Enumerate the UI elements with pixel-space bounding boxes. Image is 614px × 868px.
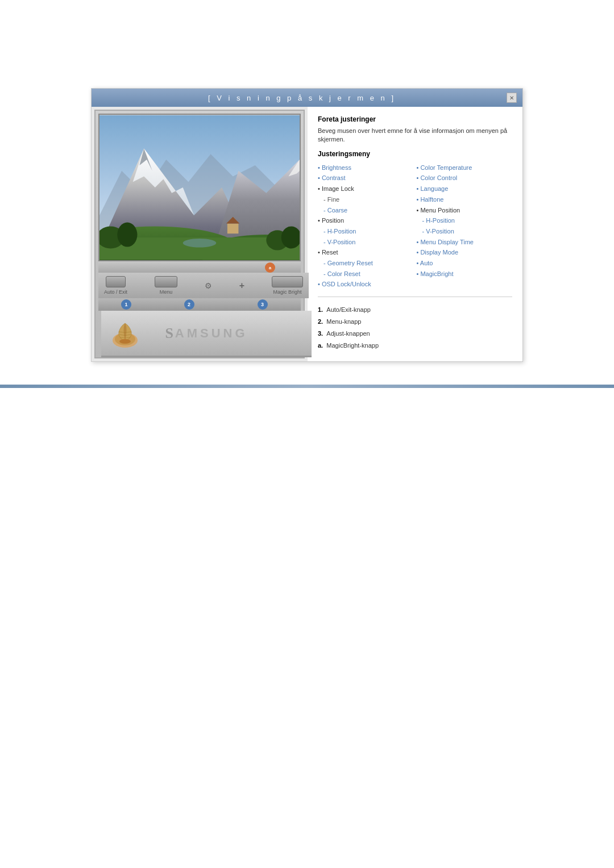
menu-button-group: Menu: [155, 276, 177, 295]
plus-group: +: [239, 281, 244, 291]
monitor-section: a Auto / Exit Menu: [92, 107, 308, 361]
content-area: a Auto / Exit Menu: [92, 107, 522, 361]
menu-item-geometry-reset[interactable]: - Geometry Reset: [318, 258, 414, 269]
magic-bright-button[interactable]: [272, 276, 303, 287]
menu-col-left: • Brightness • Contrast • Image Lock - F…: [318, 162, 414, 290]
list-item-3: 3. Adjust-knappen: [318, 328, 512, 340]
menu-item-contrast[interactable]: • Contrast: [318, 173, 414, 183]
svg-rect-14: [227, 224, 239, 234]
menu-item-halftone[interactable]: • Halftone: [417, 194, 513, 205]
monitor-bottom: S AMSUNG: [101, 311, 312, 357]
auto-exit-group: Auto / Exit: [104, 276, 127, 295]
list-item-1: 1. Auto/Exit-knapp: [318, 304, 512, 316]
plus-icon: +: [239, 281, 244, 291]
menu-item-position: • Position: [318, 215, 414, 226]
divider: [318, 297, 512, 297]
close-button[interactable]: ✕: [507, 93, 517, 103]
menu-item-osd-lock[interactable]: • OSD Lock/Unlock: [318, 279, 414, 290]
menu-item-v-position-right[interactable]: - V-Position: [417, 226, 513, 237]
mountain-image: [99, 115, 300, 260]
monitor-screen: [98, 114, 301, 261]
info-description: Beveg musen over hvert emne for å vise i…: [318, 127, 512, 144]
menu-item-coarse[interactable]: - Coarse: [318, 205, 414, 216]
menu-item-display-mode[interactable]: • Display Mode: [417, 247, 513, 258]
bottom-bar: [0, 385, 614, 388]
badge-3: 3: [258, 299, 268, 310]
menu-item-reset: • Reset: [318, 247, 414, 258]
menu-item-h-position-right[interactable]: - H-Position: [417, 215, 513, 226]
magic-bright-label: Magic Bright: [273, 289, 301, 295]
badge-a: a: [265, 262, 275, 273]
menu-item-fine: - Fine: [318, 194, 414, 205]
svg-point-16: [183, 239, 217, 248]
shell-logo: [110, 318, 141, 349]
menu-item-color-temperature[interactable]: • Color Temperature: [417, 162, 513, 173]
main-panel: [ V i s n i n g p å s k j e r m e n ] ✕: [91, 88, 523, 362]
menu-item-brightness[interactable]: • Brightness: [318, 162, 414, 173]
menu-item-color-control[interactable]: • Color Control: [417, 173, 513, 183]
monitor-bezel: a Auto / Exit Menu: [94, 110, 305, 358]
menu-item-image-lock: • Image Lock: [318, 183, 414, 194]
gear-group: ⚙: [205, 281, 212, 290]
samsung-text: AMSUNG: [175, 326, 248, 341]
menu-item-magicbright[interactable]: • MagicBright: [417, 269, 513, 279]
title-bar: [ V i s n i n g p å s k j e r m e n ] ✕: [92, 89, 522, 107]
menu-item-auto[interactable]: • Auto: [417, 258, 513, 269]
menu-item-h-position-left[interactable]: - H-Position: [318, 226, 414, 237]
menu-columns: • Brightness • Contrast • Image Lock - F…: [318, 162, 512, 290]
magic-bright-group: Magic Bright: [272, 276, 303, 295]
menu-col-right: • Color Temperature • Color Control • La…: [417, 162, 513, 290]
gear-icon: ⚙: [205, 281, 212, 290]
list-item-2: 2. Menu-knapp: [318, 316, 512, 328]
menu-item-v-position-left[interactable]: - V-Position: [318, 237, 414, 248]
auto-exit-button[interactable]: [106, 276, 126, 287]
menu-item-language[interactable]: • Language: [417, 183, 513, 194]
menu-button-label: Menu: [160, 289, 173, 295]
svg-point-11: [117, 223, 137, 247]
badge-1: 1: [121, 299, 131, 310]
svg-point-19: [119, 339, 131, 344]
menu-item-menu-display-time[interactable]: • Menu Display Time: [417, 237, 513, 248]
menu-button[interactable]: [155, 276, 177, 287]
list-item-a: a. MagicBright-knapp: [318, 340, 512, 352]
menu-item-color-reset[interactable]: - Color Reset: [318, 269, 414, 279]
samsung-logo: S AMSUNG: [165, 325, 247, 342]
menu-heading: Justeringsmeny: [318, 150, 512, 158]
buttons-area: Auto / Exit Menu ⚙ +: [98, 273, 309, 298]
menu-item-menu-position: • Menu Position: [417, 205, 513, 216]
info-heading: Foreta justeringer: [318, 115, 512, 123]
auto-exit-label: Auto / Exit: [104, 289, 127, 295]
numbered-list: 1. Auto/Exit-knapp 2. Menu-knapp 3. Adju…: [318, 304, 512, 352]
info-section: Foreta justeringer Beveg musen over hver…: [308, 107, 522, 361]
badge-row: 1: [121, 299, 131, 310]
window-title: [ V i s n i n g p å s k j e r m e n ]: [97, 94, 507, 102]
badge-2: 2: [184, 299, 194, 310]
